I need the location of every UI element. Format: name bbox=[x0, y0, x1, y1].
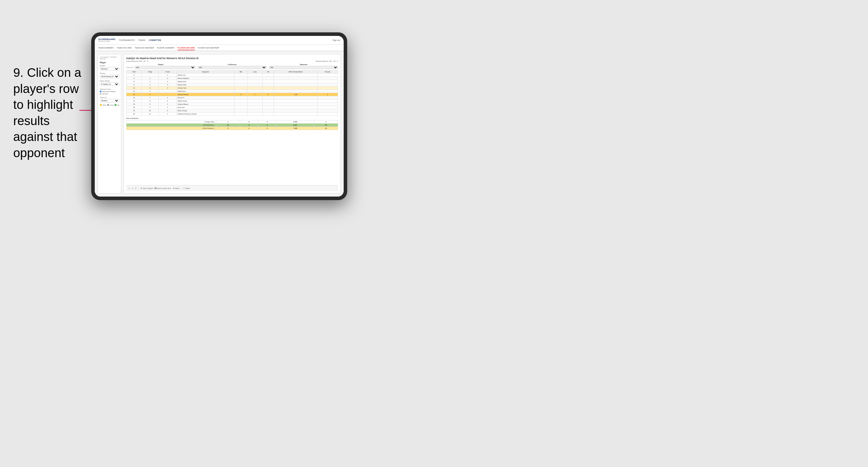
conference-select[interactable]: (All) bbox=[198, 66, 267, 69]
cell-win bbox=[235, 109, 247, 113]
cell-rounds bbox=[317, 106, 338, 109]
ood-loss: 0 bbox=[240, 120, 258, 124]
cell-diff bbox=[274, 77, 317, 80]
ood-rounds: 10 bbox=[314, 127, 338, 130]
toolbar-view-original[interactable]: 👁 View: Original bbox=[141, 187, 153, 189]
division-record: Division Record: 331 - 34 - 6 bbox=[316, 60, 338, 62]
cell-div: 18 bbox=[126, 106, 142, 109]
cell-div: 6 bbox=[126, 80, 142, 83]
sub-nav: TEAM SUMMARY TEAM H2H GRID TEAM H2H HEAT… bbox=[95, 45, 344, 51]
legend-label-level: Level bbox=[110, 104, 114, 106]
overall-record: Overall Record: 353 - 34 - 6 bbox=[126, 60, 148, 62]
cell-diff: -3.00 bbox=[274, 93, 317, 96]
toolbar-share[interactable]: ⬡ Share bbox=[183, 187, 190, 189]
ood-diff: 9.267 bbox=[276, 124, 314, 127]
ood-row[interactable]: NAIA Division 1 15 0 0 9.267 30 bbox=[126, 124, 338, 127]
cell-div: 10 bbox=[126, 87, 142, 90]
toolbar-undo[interactable]: ↩ bbox=[129, 187, 130, 189]
cell-tie bbox=[262, 96, 274, 99]
cell-opponent: Sydney Kuo bbox=[177, 80, 234, 83]
cell-reg: 6 bbox=[142, 87, 159, 90]
cell-win bbox=[235, 73, 247, 77]
nav-teams[interactable]: TEAMS bbox=[138, 38, 145, 42]
cell-win bbox=[235, 83, 247, 87]
table-row[interactable]: 19 10 6 Emily Chang bbox=[126, 109, 338, 113]
tab-player-h2h-heatmap[interactable]: PLAYER H2H HEATMAP bbox=[198, 46, 219, 50]
tab-player-summary[interactable]: PLAYER SUMMARY bbox=[157, 46, 175, 50]
region-filter-group: Region Opponents: (All) bbox=[126, 64, 195, 69]
table-row[interactable]: 6 1 3 Sydney Kuo bbox=[126, 80, 338, 83]
tab-player-h2h-grid[interactable]: PLAYER H2H GRID bbox=[178, 46, 195, 50]
cell-win bbox=[235, 103, 247, 106]
cell-diff bbox=[274, 90, 317, 93]
player-select[interactable]: 8. Katelyn Vo bbox=[100, 83, 119, 86]
col-conf: # Conf bbox=[158, 70, 177, 73]
sign-out-button[interactable]: Sign out bbox=[333, 39, 340, 41]
cell-div: 3 bbox=[126, 73, 142, 77]
ood-row[interactable]: Foreign Team 1 0 0 4.500 2 bbox=[126, 120, 338, 124]
radio-opponents-played[interactable]: Opponents Played bbox=[100, 91, 119, 92]
opponent-select[interactable]: (All) bbox=[269, 66, 338, 69]
cell-conf: 2 bbox=[158, 106, 177, 109]
ood-team-name: Foreign Team bbox=[126, 120, 216, 124]
cell-tie bbox=[262, 106, 274, 109]
cell-loss bbox=[247, 80, 262, 83]
gender-select[interactable]: Women's bbox=[100, 67, 119, 71]
device-screen: SCOREBOARD Powered by clippi TOURNAMENTS… bbox=[95, 36, 344, 196]
col-diff: Diff Av Strokes/Rnd bbox=[274, 70, 317, 73]
table-row[interactable]: 3 1 Esther Lee bbox=[126, 73, 338, 77]
cell-loss bbox=[247, 73, 262, 77]
col-rounds: Rounds bbox=[317, 70, 338, 73]
cell-reg: 7 bbox=[142, 96, 159, 99]
ood-team-name: NAIA Division 1 bbox=[126, 124, 216, 127]
ood-team-name: NCAA Division 2 bbox=[126, 127, 216, 130]
table-row[interactable]: 15 8 5 Stella Cheng bbox=[126, 99, 338, 103]
table-row[interactable]: 5 2 2 Alexis Sudjianto bbox=[126, 77, 338, 80]
table-row[interactable]: 16 9 1 Jessica Mason bbox=[126, 103, 338, 106]
table-row[interactable]: 11 3 Haeji Hyun bbox=[126, 90, 338, 93]
ood-diff: 4.500 bbox=[276, 120, 314, 124]
toolbar-history[interactable]: ⟳ bbox=[135, 187, 136, 189]
radio-top-100[interactable]: Top 100 bbox=[100, 93, 119, 95]
player-section-title: Player bbox=[100, 62, 119, 64]
h2h-table: # Div # Reg # Conf Opponent Win Loss Tie… bbox=[126, 70, 338, 116]
tab-team-h2h-heatmap[interactable]: TEAM H2H HEATMAP bbox=[135, 46, 154, 50]
cell-div: 5 bbox=[126, 77, 142, 80]
nav-tournaments[interactable]: TOURNAMENTS bbox=[119, 38, 135, 42]
toolbar-save-custom[interactable]: 💾 Save Custom View bbox=[154, 187, 170, 189]
toolbar-redo[interactable]: ↪ bbox=[132, 187, 133, 189]
cell-diff bbox=[274, 87, 317, 90]
table-row[interactable]: 9 1 4 Sharon Mun bbox=[126, 83, 338, 87]
table-row[interactable]: 20 11 7 Federica Domecq Lacroze bbox=[126, 113, 338, 116]
table-row[interactable]: 10 6 3 Andrea York bbox=[126, 87, 338, 90]
colour-by-select[interactable]: Win/loss bbox=[100, 99, 119, 102]
tab-team-summary[interactable]: TEAM SUMMARY bbox=[98, 46, 114, 50]
opponents-label: Opponents: bbox=[126, 66, 134, 68]
table-row[interactable]: 13 1 Jessica Huang 0 1 0 -3.00 2 bbox=[126, 93, 338, 96]
cell-tie bbox=[262, 77, 274, 80]
ood-row[interactable]: NCAA Division 2 5 0 0 7.400 10 bbox=[126, 127, 338, 130]
cell-win bbox=[235, 113, 247, 116]
cell-reg: 2 bbox=[142, 106, 159, 109]
cell-opponent: Stella Cheng bbox=[177, 99, 234, 103]
nav-committee[interactable]: COMMITTEE bbox=[149, 38, 161, 42]
region-select[interactable]: (All) bbox=[135, 66, 195, 69]
cell-diff bbox=[274, 99, 317, 103]
cell-reg: 1 bbox=[142, 93, 159, 96]
cell-reg: 2 bbox=[142, 77, 159, 80]
cell-opponent: Jessica Huang bbox=[177, 93, 234, 96]
cell-diff bbox=[274, 80, 317, 83]
ood-loss: 0 bbox=[240, 124, 258, 127]
cell-tie bbox=[262, 90, 274, 93]
cell-reg bbox=[142, 73, 159, 77]
division-select[interactable]: NCAA Division III bbox=[100, 75, 119, 78]
toolbar-watch[interactable]: 👁 Watch bbox=[173, 187, 180, 189]
cell-conf bbox=[158, 90, 177, 93]
table-row[interactable]: 14 7 4 Eunice Yi bbox=[126, 96, 338, 99]
cell-diff bbox=[274, 83, 317, 87]
cell-tie bbox=[262, 83, 274, 87]
cell-win bbox=[235, 80, 247, 83]
cell-reg: 3 bbox=[142, 90, 159, 93]
tab-team-h2h-grid[interactable]: TEAM H2H GRID bbox=[117, 46, 132, 50]
table-row[interactable]: 18 2 2 Euna Lee bbox=[126, 106, 338, 109]
